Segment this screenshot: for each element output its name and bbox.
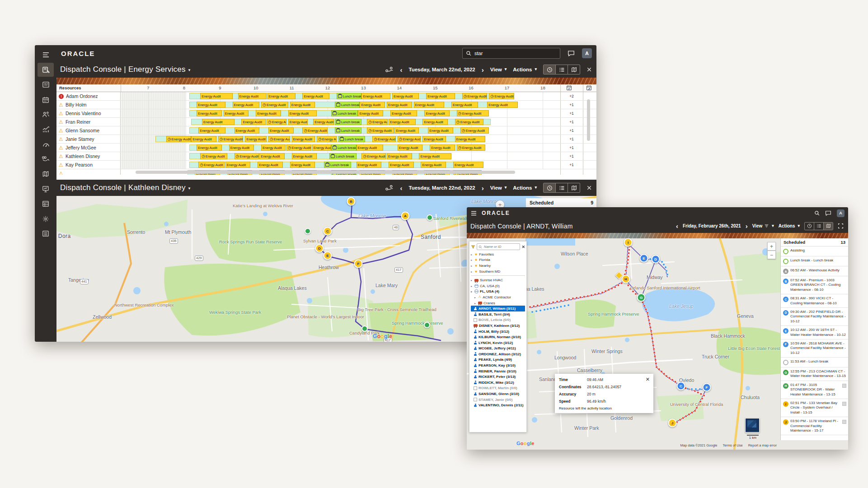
scheduled-activity-item[interactable]: Assisting [781, 246, 848, 256]
activity-bar[interactable]: Energy Audit [398, 144, 423, 151]
activity-bar[interactable]: Energy Audit [191, 136, 216, 142]
calendar-icon[interactable] [38, 93, 54, 107]
activity-bar[interactable]: Energy Audit [290, 102, 315, 108]
view-button[interactable]: View▾ [490, 67, 507, 72]
activity-bar[interactable]: Energy Audit [451, 102, 479, 108]
lunch-break-bar[interactable]: Lunch break [335, 119, 362, 125]
activity-bar[interactable]: Energy Audit [312, 144, 331, 151]
gantt-resource-row[interactable]: ⚠Jeffery McGeeEnergy AuditEnergy AuditEn… [56, 144, 596, 152]
activity-bar[interactable]: ◷Energy Audit [286, 144, 312, 151]
global-search[interactable] [462, 48, 560, 59]
stop-marker-g[interactable]: G [637, 293, 646, 302]
pending-checkbox[interactable] [842, 420, 846, 424]
minimap-thumbnail[interactable] [745, 418, 760, 432]
lunch-break-bar[interactable]: Lunch break [331, 110, 358, 116]
resource-name-cell[interactable]: ⚠Glenn Sansome [56, 126, 121, 135]
org-tree-row[interactable]: ▸CA, USA (0) [471, 283, 525, 289]
activity-bar[interactable]: Energy Audit [224, 110, 249, 116]
activity-bar[interactable]: Energy Audit [198, 127, 225, 134]
stop-marker-j[interactable]: J [668, 419, 677, 428]
activity-bar[interactable]: Energy Audit [358, 110, 383, 116]
settings-gear-icon[interactable] [38, 212, 54, 226]
activity-bar[interactable]: Energy Audit [225, 162, 251, 168]
actions-button[interactable]: Actions▾ [513, 185, 537, 191]
scheduled-activity-item[interactable]: C08:31 AM - 990 VICKI CT - Cooling Maint… [781, 294, 848, 308]
resource-list-item[interactable]: STAMEY, Janie (0/0) [471, 397, 525, 403]
org-tree-row[interactable]: ▸Cranes [471, 300, 525, 306]
list-view-toggle[interactable] [814, 223, 824, 230]
stop-marker-c[interactable]: C [677, 382, 685, 390]
activity-bar[interactable]: ◷Energy Audit [489, 93, 514, 99]
activity-bar[interactable]: Energy Audit [235, 127, 260, 134]
resource-list-item[interactable]: ROWLETT, Martin (0/0) [471, 386, 525, 391]
resource-name-cell[interactable]: ⚠Janie Stamey [56, 135, 121, 143]
activity-bar[interactable]: ◷Energy Audit [218, 136, 244, 142]
view-button[interactable]: View▾ [490, 185, 507, 191]
map-view-toggle[interactable] [568, 65, 580, 74]
map-zoom-in-button[interactable]: + [767, 242, 776, 251]
lunch-break-bar[interactable]: Lunch break [337, 93, 362, 99]
gantt-resource-row[interactable]: ⚠Fran ReinerEnergy AuditEnergy Audit◷Ene… [56, 118, 596, 126]
resource-list-item[interactable]: BASILE, Terri (3/4) [471, 311, 525, 317]
activity-bar[interactable]: Energy Audit [387, 102, 412, 108]
page-title-arndt[interactable]: Dispatch Console | ARNDT, William [470, 223, 573, 230]
user-avatar[interactable]: A [582, 48, 592, 58]
stop-marker-d[interactable]: D [652, 255, 660, 264]
activity-bar[interactable]: Energy Audit [288, 110, 317, 116]
activity-bar[interactable]: ◷Energy Audit [200, 153, 227, 159]
close-icon[interactable]: ✕ [521, 245, 525, 249]
scheduled-activity-item[interactable]: B07:52 AM - Premium - 1003 GREEN BRANCH … [781, 276, 848, 294]
activity-bar[interactable]: Energy Audit [394, 127, 419, 134]
resource-name-cell[interactable]: ⚠ [56, 169, 121, 175]
resource-name-cell[interactable]: ⚠Kathleen Disney [56, 152, 121, 160]
org-tree-row[interactable]: ▸⚠ACME Contractor [471, 294, 525, 300]
activity-bar[interactable]: Energy Audit [259, 153, 285, 159]
favorite-group-row[interactable]: ▸★Favorites [471, 251, 525, 257]
forecast-chart-icon[interactable] [38, 122, 54, 136]
activity-bar[interactable]: Energy Audit [197, 102, 225, 108]
gantt-resource-row[interactable]: ⚠Dennis ValentinoEnergy AuditEnergy Audi… [56, 109, 596, 118]
scheduled-activity-item[interactable]: I02:51 PM - 133 Venetian Bay Circle - Sy… [781, 399, 848, 417]
hamburger-icon[interactable] [470, 211, 477, 216]
gantt-resource-row[interactable]: ⚠Janie Stamey◷Energy AuditEnergy Audit◷E… [56, 135, 596, 144]
activity-bar[interactable]: Energy Audit [357, 162, 382, 168]
resource-list-item[interactable]: ARNDT, William (3/11) [471, 306, 525, 311]
activity-bar[interactable]: ◷Energy Audit [268, 136, 290, 142]
activity-bar[interactable]: Energy Audit [258, 162, 283, 168]
resource-name-cell[interactable]: !Adam Ordonez [56, 92, 121, 100]
vertical-scrollbar[interactable] [587, 99, 590, 141]
activity-bar[interactable]: Energy Audit [233, 102, 260, 108]
activity-bar[interactable]: Energy Audit [487, 102, 517, 108]
stop-marker-c[interactable]: C [324, 227, 332, 236]
activity-bar[interactable]: Energy Audit [261, 144, 286, 151]
list-view-toggle[interactable] [556, 65, 568, 74]
resource-list-item[interactable]: VALENTINO, Dennis (2/11) [471, 402, 525, 408]
stop-marker-f[interactable]: F [354, 260, 363, 268]
gantt-resource-row[interactable]: ⚠Billy HolmEnergy AuditEnergy Audit◷Ener… [56, 101, 596, 109]
resource-name-cell[interactable]: ⚠Kay Pearson [56, 161, 121, 169]
activity-bar[interactable]: ◷Energy Audit [361, 153, 386, 159]
scheduled-activity-item[interactable]: H01:47 PM - 3105 STONEBROOK DR - Water H… [781, 381, 848, 399]
scheduled-activity-item[interactable]: J03:50 PM - 1178 Vineland Pl - Commercia… [781, 417, 848, 435]
time-view-toggle[interactable] [544, 183, 556, 192]
activity-bar[interactable]: Energy Audit [197, 110, 222, 116]
activity-bar[interactable]: ◷Energy Audit [398, 136, 421, 142]
prev-day-button[interactable]: ‹ [676, 223, 678, 229]
next-day-button[interactable]: › [746, 223, 748, 229]
time-view-toggle[interactable] [805, 223, 814, 230]
activity-bar[interactable]: Energy Audit [414, 102, 444, 108]
resource-name-cell[interactable]: ⚠Fran Reiner [56, 118, 121, 126]
org-tree-row[interactable]: ▸Sunrise HVAC [471, 277, 525, 283]
activity-bar[interactable]: ◷Energy Audit [166, 136, 192, 142]
activity-bar[interactable]: Energy Audit [290, 162, 315, 168]
view-button[interactable]: View ▾ [752, 223, 774, 228]
activity-bar[interactable]: ◷Energy Audit [235, 153, 259, 159]
favorite-group-row[interactable]: ▸★Southern MD [471, 269, 525, 274]
activity-bar[interactable]: Energy Audit [389, 119, 416, 125]
search-input[interactable] [474, 50, 557, 56]
calendar-edit-icon[interactable] [586, 85, 592, 92]
activity-bar[interactable]: Energy Audit [455, 136, 485, 142]
stop-marker-d[interactable]: D [315, 244, 324, 253]
resource-list-item[interactable]: MCGEE, Jeffery (4/11) [471, 346, 525, 352]
resource-list-item[interactable]: DISNEY, Kathleen (3/12) [471, 323, 525, 329]
